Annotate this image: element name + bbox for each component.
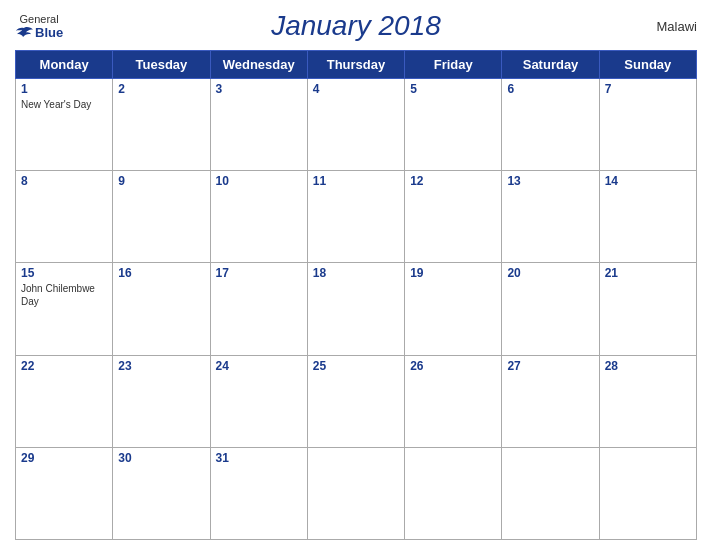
list-item: 5 [405,79,502,171]
day-number: 18 [313,266,399,280]
day-number: 19 [410,266,496,280]
day-number: 5 [410,82,496,96]
day-number: 14 [605,174,691,188]
holiday-name: John Chilembwe Day [21,282,107,308]
day-number: 24 [216,359,302,373]
country-name: Malawi [657,19,697,34]
list-item: 31 [210,447,307,539]
day-number: 22 [21,359,107,373]
list-item: 17 [210,263,307,355]
calendar-header: General Blue January 2018 Malawi [15,10,697,42]
list-item [502,447,599,539]
calendar-title: January 2018 [271,10,441,42]
col-friday: Friday [405,51,502,79]
list-item: 30 [113,447,210,539]
table-row: 22232425262728 [16,355,697,447]
day-number: 11 [313,174,399,188]
list-item: 16 [113,263,210,355]
list-item: 20 [502,263,599,355]
list-item [405,447,502,539]
day-number: 12 [410,174,496,188]
col-monday: Monday [16,51,113,79]
day-number: 4 [313,82,399,96]
col-tuesday: Tuesday [113,51,210,79]
logo-bird-icon [15,25,33,39]
logo-general: General [20,13,59,25]
list-item [307,447,404,539]
holiday-name: New Year's Day [21,98,107,111]
list-item: 18 [307,263,404,355]
day-number: 1 [21,82,107,96]
day-number: 30 [118,451,204,465]
table-row: 891011121314 [16,171,697,263]
day-number: 31 [216,451,302,465]
table-row: 293031 [16,447,697,539]
col-sunday: Sunday [599,51,696,79]
list-item: 22 [16,355,113,447]
day-number: 23 [118,359,204,373]
table-row: 1New Year's Day234567 [16,79,697,171]
day-number: 25 [313,359,399,373]
day-number: 27 [507,359,593,373]
day-number: 20 [507,266,593,280]
list-item: 6 [502,79,599,171]
calendar-thead: Monday Tuesday Wednesday Thursday Friday… [16,51,697,79]
list-item: 10 [210,171,307,263]
day-number: 29 [21,451,107,465]
list-item: 11 [307,171,404,263]
day-number: 3 [216,82,302,96]
day-number: 16 [118,266,204,280]
list-item: 25 [307,355,404,447]
list-item: 3 [210,79,307,171]
col-thursday: Thursday [307,51,404,79]
list-item: 4 [307,79,404,171]
list-item [599,447,696,539]
list-item: 27 [502,355,599,447]
day-number: 2 [118,82,204,96]
list-item: 28 [599,355,696,447]
list-item: 23 [113,355,210,447]
list-item: 12 [405,171,502,263]
list-item: 9 [113,171,210,263]
day-number: 28 [605,359,691,373]
list-item: 21 [599,263,696,355]
list-item: 15John Chilembwe Day [16,263,113,355]
list-item: 26 [405,355,502,447]
day-number: 7 [605,82,691,96]
table-row: 15John Chilembwe Day161718192021 [16,263,697,355]
list-item: 1New Year's Day [16,79,113,171]
day-number: 10 [216,174,302,188]
day-number: 6 [507,82,593,96]
calendar-body: 1New Year's Day23456789101112131415John … [16,79,697,540]
list-item: 7 [599,79,696,171]
list-item: 8 [16,171,113,263]
day-number: 9 [118,174,204,188]
list-item: 14 [599,171,696,263]
day-number: 17 [216,266,302,280]
logo: General Blue [15,13,63,40]
day-number: 26 [410,359,496,373]
list-item: 13 [502,171,599,263]
list-item: 24 [210,355,307,447]
calendar-table: Monday Tuesday Wednesday Thursday Friday… [15,50,697,540]
logo-blue: Blue [15,25,63,40]
calendar-container: General Blue January 2018 Malawi Monday … [0,0,712,550]
list-item: 2 [113,79,210,171]
day-number: 13 [507,174,593,188]
day-number: 8 [21,174,107,188]
list-item: 29 [16,447,113,539]
list-item: 19 [405,263,502,355]
col-wednesday: Wednesday [210,51,307,79]
header-row: Monday Tuesday Wednesday Thursday Friday… [16,51,697,79]
col-saturday: Saturday [502,51,599,79]
day-number: 15 [21,266,107,280]
day-number: 21 [605,266,691,280]
